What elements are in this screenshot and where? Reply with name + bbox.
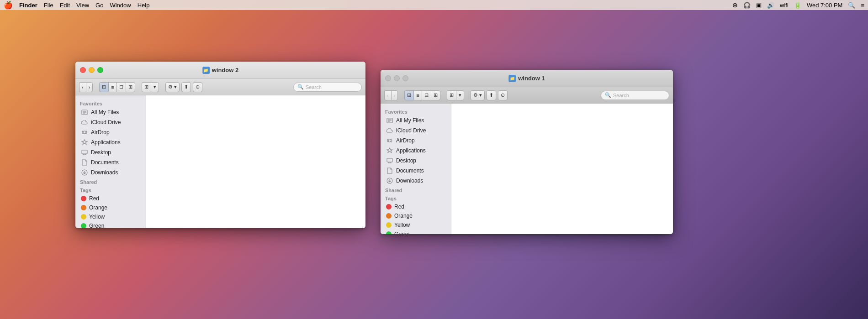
action-button-2[interactable]: ⚙ ▾: [165, 82, 180, 92]
sidebar-item-downloads-1[interactable]: Downloads: [381, 176, 450, 186]
content-area-2: Favorites All My Files iCloud Drive AirD…: [75, 95, 365, 228]
orange-tag-label-1: Orange: [394, 213, 413, 219]
red-tag-dot-1: [386, 204, 392, 209]
icloud-icon-2: [81, 119, 88, 126]
share-button-2[interactable]: ⬆: [181, 82, 191, 92]
applications-label-2: Applications: [91, 139, 121, 146]
arrange-button-1[interactable]: ⊞: [447, 90, 456, 100]
close-button-2[interactable]: [80, 67, 86, 73]
column-view-button-1[interactable]: ⊟: [422, 90, 431, 100]
sidebar-item-downloads-2[interactable]: Downloads: [76, 167, 145, 178]
arrange-dropdown-2[interactable]: ▾: [151, 82, 159, 92]
sidebar-item-documents-1[interactable]: Documents: [381, 166, 450, 176]
sidebar-tag-orange-1[interactable]: Orange: [381, 211, 450, 220]
sidebar-item-all-my-files-1[interactable]: All My Files: [381, 115, 450, 126]
back-button-2[interactable]: ‹: [79, 82, 86, 92]
traffic-lights-1: [381, 75, 408, 81]
tag-button-1[interactable]: ⊙: [498, 90, 508, 100]
help-menu[interactable]: Help: [138, 2, 150, 9]
icloud-label-1: iCloud Drive: [396, 127, 426, 134]
action-button-1[interactable]: ⚙ ▾: [471, 90, 485, 100]
maximize-button-1[interactable]: [402, 75, 408, 81]
search-bar-2[interactable]: 🔍 Search: [293, 83, 362, 92]
apple-menu[interactable]: 🍎: [4, 1, 13, 10]
close-button-1[interactable]: [385, 75, 391, 81]
sidebar-tag-red-1[interactable]: Red: [381, 202, 450, 211]
window-title-text-2: window 2: [212, 67, 239, 73]
sidebar-1: Favorites All My Files iCloud Drive AirD…: [381, 104, 451, 234]
edit-menu[interactable]: Edit: [60, 2, 70, 9]
window-icon-1: 📁: [508, 75, 516, 82]
arrange-dropdown-1[interactable]: ▾: [456, 90, 464, 100]
sidebar-tag-orange-2[interactable]: Orange: [76, 203, 145, 212]
orange-tag-dot-2: [81, 205, 86, 210]
menubar-display-icon: ▣: [756, 2, 762, 9]
icon-view-button-1[interactable]: ⊞: [404, 90, 413, 100]
svg-rect-5: [82, 150, 87, 154]
svg-rect-16: [387, 158, 392, 162]
orange-tag-dot-1: [386, 213, 392, 219]
menubar-plus-icon[interactable]: ⊕: [732, 1, 738, 9]
back-button-1[interactable]: ‹: [384, 90, 391, 100]
green-tag-dot-1: [386, 231, 392, 234]
sidebar-item-icloud-1[interactable]: iCloud Drive: [381, 126, 450, 136]
go-menu[interactable]: Go: [95, 2, 103, 9]
sidebar-tag-green-2[interactable]: Green: [76, 221, 145, 228]
main-content-2[interactable]: [146, 95, 365, 228]
sidebar-item-documents-2[interactable]: Documents: [76, 157, 145, 167]
view-menu[interactable]: View: [76, 2, 89, 9]
sidebar-item-desktop-2[interactable]: Desktop: [76, 147, 145, 157]
all-my-files-label-1: All My Files: [396, 117, 424, 124]
sidebar-tag-green-1[interactable]: Green: [381, 230, 450, 234]
yellow-tag-label-2: Yellow: [89, 214, 105, 220]
desktop-icon-1: [386, 157, 393, 164]
sidebar-item-icloud-2[interactable]: iCloud Drive: [76, 117, 145, 127]
cover-flow-button-1[interactable]: ⊞: [431, 90, 440, 100]
main-content-1[interactable]: [451, 104, 673, 234]
arrange-button-2[interactable]: ⊞: [142, 82, 151, 92]
menubar-volume-icon[interactable]: 🔊: [767, 2, 774, 9]
minimize-button-2[interactable]: [89, 67, 95, 73]
window-title-text-1: window 1: [518, 75, 545, 82]
file-menu[interactable]: File: [44, 2, 53, 9]
desktop-label-1: Desktop: [396, 157, 416, 164]
maximize-button-2[interactable]: [97, 67, 103, 73]
icon-view-button-2[interactable]: ⊞: [99, 82, 108, 92]
green-tag-label-2: Green: [89, 223, 104, 228]
tags-header-1: Tags: [381, 194, 451, 202]
svg-point-4: [83, 131, 86, 134]
window-menu[interactable]: Window: [110, 2, 131, 9]
sidebar-item-applications-2[interactable]: Applications: [76, 137, 145, 147]
downloads-label-2: Downloads: [91, 169, 118, 176]
finder-menu[interactable]: Finder: [19, 2, 37, 9]
sidebar-item-applications-1[interactable]: Applications: [381, 146, 450, 156]
menubar-wifi-icon[interactable]: wifi: [780, 2, 789, 9]
share-button-1[interactable]: ⬆: [487, 90, 496, 100]
tags-header-2: Tags: [75, 186, 146, 194]
applications-icon-2: [81, 139, 88, 146]
title-bar-2: 📁 window 2: [75, 62, 365, 79]
sidebar-item-airdrop-1[interactable]: AirDrop: [381, 136, 450, 146]
minimize-button-1[interactable]: [394, 75, 400, 81]
sidebar-item-all-my-files-2[interactable]: All My Files: [76, 107, 145, 117]
downloads-icon-1: [386, 177, 393, 184]
sidebar-tag-yellow-2[interactable]: Yellow: [76, 212, 145, 221]
forward-button-1[interactable]: ›: [391, 90, 398, 100]
search-bar-1[interactable]: 🔍 Search: [601, 91, 669, 100]
cover-flow-button-2[interactable]: ⊞: [126, 82, 135, 92]
list-view-button-1[interactable]: ≡: [413, 90, 421, 100]
forward-button-2[interactable]: ›: [86, 82, 93, 92]
applications-icon-1: [386, 147, 393, 154]
sidebar-item-airdrop-2[interactable]: AirDrop: [76, 127, 145, 137]
all-my-files-icon-2: [81, 109, 88, 116]
tag-button-2[interactable]: ⊙: [193, 82, 202, 92]
menubar-list-icon[interactable]: ≡: [861, 2, 864, 9]
sidebar-tag-red-2[interactable]: Red: [76, 194, 145, 203]
downloads-icon-2: [81, 169, 88, 176]
sidebar-tag-yellow-1[interactable]: Yellow: [381, 220, 450, 230]
toolbar-1: ‹ › ⊞ ≡ ⊟ ⊞ ⊞ ▾ ⚙ ▾ ⬆ ⊙ 🔍 Search: [381, 87, 673, 104]
column-view-button-2[interactable]: ⊟: [116, 82, 126, 92]
menubar-search-icon[interactable]: 🔍: [848, 2, 855, 9]
sidebar-item-desktop-1[interactable]: Desktop: [381, 156, 450, 166]
list-view-button-2[interactable]: ≡: [108, 82, 116, 92]
